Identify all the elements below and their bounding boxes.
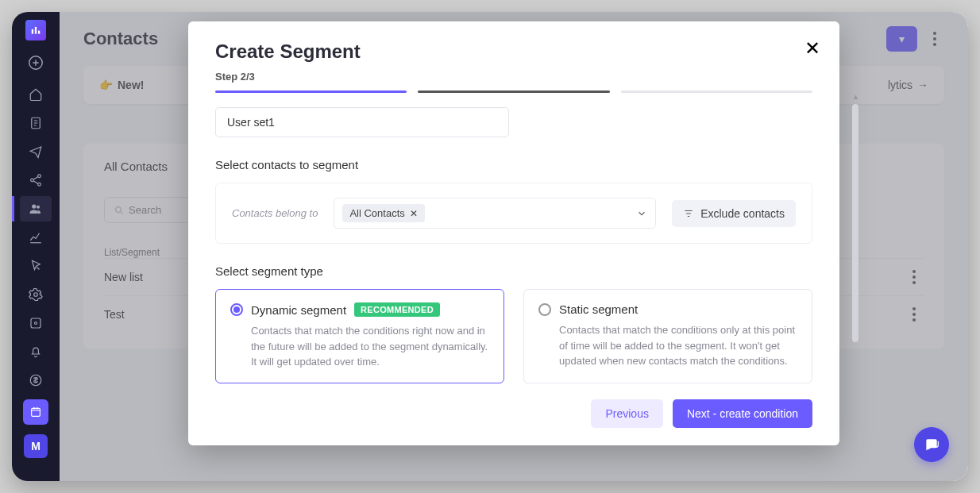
chip-label: All Contacts [349, 207, 404, 219]
select-contacts-box: Contacts belong to All Contacts ✕ [215, 183, 812, 244]
belong-to-label: Contacts belong to [232, 207, 318, 219]
static-title: Static segment [559, 302, 638, 316]
sidebar: M [12, 12, 60, 481]
contacts-selector[interactable]: All Contacts ✕ [334, 198, 656, 229]
nav-notifications[interactable] [20, 339, 52, 364]
chevron-down-icon [636, 208, 647, 219]
step-indicator: Step 2/3 [215, 71, 812, 83]
modal-footer: Previous Next - create condition [188, 388, 839, 445]
nav-home[interactable] [20, 82, 52, 107]
svg-point-10 [34, 293, 38, 297]
exclude-label: Exclude contacts [700, 207, 785, 220]
dynamic-description: Contacts that match the conditions right… [251, 323, 489, 370]
svg-point-9 [37, 206, 40, 209]
nav-contacts[interactable] [20, 196, 52, 221]
svg-rect-0 [32, 29, 33, 34]
svg-rect-11 [31, 318, 41, 328]
nav-share[interactable] [20, 168, 52, 193]
svg-point-8 [32, 204, 36, 208]
add-button[interactable] [20, 47, 52, 79]
nav-billing[interactable] [20, 368, 52, 393]
main-area: Contacts ▾ 👉 New! lytics → All Contacts [60, 12, 968, 481]
section-select-type: Select segment type [215, 264, 812, 278]
nav-calendar[interactable] [23, 399, 48, 425]
next-button[interactable]: Next - create condition [673, 399, 812, 428]
nav-app[interactable] [20, 310, 52, 336]
radio-static[interactable] [538, 303, 551, 316]
chip-remove-icon[interactable]: ✕ [410, 208, 418, 219]
modal-body: ▲ Select contacts to segment Contacts be… [188, 93, 839, 388]
recommended-badge: RECOMMENDED [354, 302, 440, 317]
dynamic-segment-option[interactable]: Dynamic segment RECOMMENDED Contacts tha… [215, 289, 504, 383]
scrollbar[interactable]: ▲ [852, 93, 858, 388]
nav-analytics[interactable] [20, 225, 52, 250]
svg-point-12 [35, 322, 37, 325]
filter-icon [683, 208, 694, 219]
close-icon[interactable]: ✕ [804, 39, 820, 58]
nav-cursor[interactable] [20, 253, 52, 279]
section-select-contacts: Select contacts to segment [215, 158, 812, 171]
nav-campaigns[interactable] [20, 139, 52, 164]
user-avatar[interactable]: M [24, 434, 48, 458]
scroll-thumb[interactable] [852, 104, 858, 342]
svg-rect-2 [38, 31, 40, 34]
scroll-up-icon[interactable]: ▲ [852, 93, 859, 101]
create-segment-modal: Create Segment ✕ Step 2/3 ▲ Select con [188, 21, 839, 445]
previous-button[interactable]: Previous [591, 399, 662, 428]
chat-fab[interactable] [914, 427, 949, 462]
static-segment-option[interactable]: Static segment Contacts that match the c… [523, 289, 812, 383]
nav-document[interactable] [20, 110, 52, 136]
app-frame: M Contacts ▾ 👉 New! lytics → All Contact… [12, 12, 968, 481]
svg-rect-1 [35, 27, 37, 34]
segment-name-input[interactable] [215, 107, 509, 137]
modal-header: Create Segment ✕ Step 2/3 [188, 21, 839, 93]
contact-chip: All Contacts ✕ [342, 204, 424, 222]
nav-settings[interactable] [20, 282, 52, 307]
exclude-contacts-button[interactable]: Exclude contacts [672, 200, 796, 227]
segment-type-options: Dynamic segment RECOMMENDED Contacts tha… [215, 289, 812, 383]
static-description: Contacts that match the conditions only … [559, 322, 797, 369]
modal-title: Create Segment [215, 40, 812, 63]
dynamic-title: Dynamic segment [251, 303, 346, 317]
radio-dynamic[interactable] [230, 303, 243, 316]
app-logo-icon[interactable] [25, 20, 46, 40]
svg-rect-14 [32, 408, 41, 416]
